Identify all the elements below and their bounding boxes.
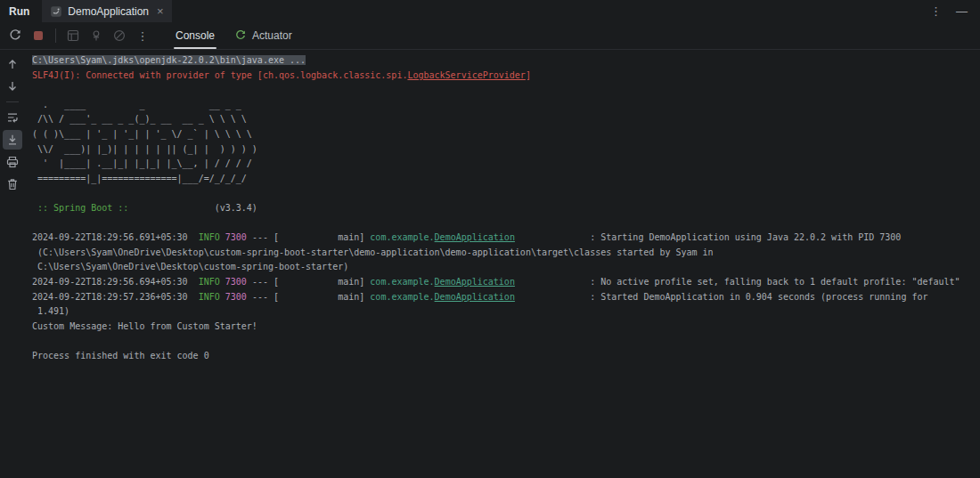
tool-window-header: Run DemoApplication × ⋮ — [0, 0, 980, 22]
tool-window-title: Run [0, 0, 42, 22]
leftbar-separator [6, 101, 19, 102]
console-text: SLF4J(I): Connected with provider of typ… [32, 70, 407, 80]
console-text: /\\ / ___'_ __ _ _(_)_ __ __ _ \ \ \ \ [32, 114, 247, 124]
run-configuration-icon [50, 5, 62, 18]
arrow-down-icon [5, 79, 20, 93]
print-button[interactable] [3, 152, 22, 172]
console-line: 2024-09-22T18:29:56.691+05:30 INFO 7300 … [32, 231, 980, 246]
console-line: 2024-09-22T18:29:57.236+05:30 INFO 7300 … [32, 290, 980, 305]
spring-actuator-icon [234, 29, 247, 42]
console-line: SLF4J(I): Connected with provider of typ… [32, 69, 980, 84]
console-text: Process finished with exit code 0 [32, 351, 209, 361]
console-text: 2024-09-22T18:29:56.691+05:30 [32, 232, 199, 242]
console-text: 7300 [225, 292, 247, 302]
console-text: INFO [199, 292, 220, 302]
hide-tool-window-icon[interactable]: — [956, 5, 968, 17]
console-text: 1.491) [32, 306, 69, 316]
soft-wrap-button[interactable] [3, 108, 22, 127]
console-class-link[interactable]: DemoApplication [435, 232, 515, 242]
run-tab-demoapplication[interactable]: DemoApplication × [42, 0, 171, 22]
run-tab-label: DemoApplication [68, 5, 149, 18]
console-tab-bar: Console Actuator [166, 22, 302, 49]
console-class-link[interactable]: DemoApplication [435, 292, 515, 302]
console-text: : Started DemoApplication in 0.904 secon… [515, 292, 928, 302]
toolbar-separator [55, 28, 56, 43]
clear-all-button[interactable] [109, 25, 130, 46]
console-line: Custom Message: Hello from Custom Starte… [32, 320, 980, 335]
console-text: : No active profile set, falling back to… [515, 277, 960, 287]
console-line: C:\Users\Syam\OneDrive\Desktop\custom-sp… [32, 260, 980, 275]
kebab-icon: ⋮ [137, 30, 149, 42]
console-text: :: Spring Boot :: [32, 203, 128, 213]
scroll-to-end-button[interactable] [3, 130, 22, 150]
console-text: com.example. [370, 292, 434, 302]
console-text: C:\Users\Syam\.jdks\openjdk-22.0.2\bin\j… [32, 55, 306, 65]
console-output: C:\Users\Syam\.jdks\openjdk-22.0.2\bin\j… [25, 50, 980, 478]
console-text: 7300 [225, 277, 247, 287]
up-stack-trace-button[interactable] [3, 54, 22, 74]
trash-icon [5, 177, 20, 191]
console-text: --- [ main] [247, 277, 370, 287]
console-line [32, 216, 980, 231]
console-line: \\/ ___)| |_)| | | | | || (_| | ) ) ) ) [32, 142, 980, 158]
console-line [32, 334, 980, 349]
more-actions-icon[interactable]: ⋮ [930, 5, 942, 17]
console-body: C:\Users\Syam\.jdks\openjdk-22.0.2\bin\j… [0, 50, 980, 478]
pin-tab-button[interactable] [86, 25, 107, 46]
down-stack-trace-button[interactable] [3, 77, 22, 96]
console-text: INFO [199, 232, 220, 242]
console-text: ' |____| .__|_| |_|_| |_\__, | / / / / [32, 158, 252, 168]
tab-actuator[interactable]: Actuator [225, 22, 302, 49]
console-text: com.example. [370, 277, 434, 287]
console-text: (v3.3.4) [128, 203, 257, 213]
console-text: 2024-09-22T18:29:56.694+05:30 [32, 277, 199, 287]
console-text: ( ( )\___ | '_ | '_| | '_ \/ _` | \ \ \ … [32, 129, 252, 139]
console-text: C:\Users\Syam\OneDrive\Desktop\custom-sp… [32, 262, 348, 271]
console-line: =========|_|==============|___/=/_/_/_/ [32, 172, 980, 187]
console-line: Process finished with exit code 0 [32, 349, 980, 364]
close-tab-icon[interactable]: × [157, 5, 164, 17]
console-line: ( ( )\___ | '_ | '_| | '_ \/ _` | \ \ \ … [32, 127, 980, 142]
console-text: com.example. [370, 232, 434, 242]
console-text: \\/ ___)| |_)| | | | | || (_| | ) ) ) ) [32, 144, 257, 154]
console-line: 2024-09-22T18:29:56.694+05:30 INFO 7300 … [32, 275, 980, 290]
console-line: /\\ / ___'_ __ _ _(_)_ __ __ _ \ \ \ \ [32, 112, 980, 127]
stop-icon [31, 28, 45, 43]
tab-actuator-label: Actuator [252, 29, 292, 42]
console-line: (C:\Users\Syam\OneDrive\Desktop\custom-s… [32, 246, 980, 261]
soft-wrap-icon [5, 110, 20, 125]
console-text: --- [ main] [247, 232, 370, 242]
more-actions-button[interactable]: ⋮ [132, 25, 153, 46]
console-line: 1.491) [32, 304, 980, 320]
rerun-icon [8, 28, 22, 43]
run-tool-window: Run DemoApplication × ⋮ — [0, 0, 980, 478]
pin-icon [89, 28, 103, 43]
rerun-button[interactable] [4, 25, 26, 46]
console-text: Custom Message: Hello from Custom Starte… [32, 321, 257, 331]
console-left-toolbar [0, 50, 25, 478]
restore-layout-icon [66, 28, 80, 43]
console-text: . ____ _ __ _ _ [32, 100, 241, 109]
console-text: ] [526, 70, 531, 80]
console-class-link[interactable]: LogbackServiceProvider [407, 70, 525, 80]
clear-console-button[interactable] [3, 174, 22, 194]
tab-console-label: Console [176, 29, 215, 42]
console-text: (C:\Users\Syam\OneDrive\Desktop\custom-s… [32, 247, 714, 257]
console-line [32, 186, 980, 201]
console-line: . ____ _ __ _ _ [32, 98, 980, 113]
tab-console[interactable]: Console [166, 22, 225, 49]
console-text: --- [ main] [247, 292, 370, 302]
scroll-to-end-icon [5, 133, 20, 147]
console-text: 2024-09-22T18:29:57.236+05:30 [32, 292, 199, 302]
stop-button[interactable] [28, 25, 49, 46]
console-text: : Starting DemoApplication using Java 22… [515, 232, 901, 242]
console-line: :: Spring Boot :: (v3.3.4) [32, 201, 980, 216]
arrow-up-icon [5, 57, 20, 71]
restore-layout-button[interactable] [62, 25, 84, 46]
run-toolbar: ⋮ Console Actuator [0, 22, 980, 50]
console-class-link[interactable]: DemoApplication [435, 277, 515, 287]
tool-window-controls: ⋮ — [930, 0, 980, 22]
console-text: 7300 [225, 232, 247, 242]
console-line [32, 83, 980, 98]
print-icon [5, 155, 20, 169]
